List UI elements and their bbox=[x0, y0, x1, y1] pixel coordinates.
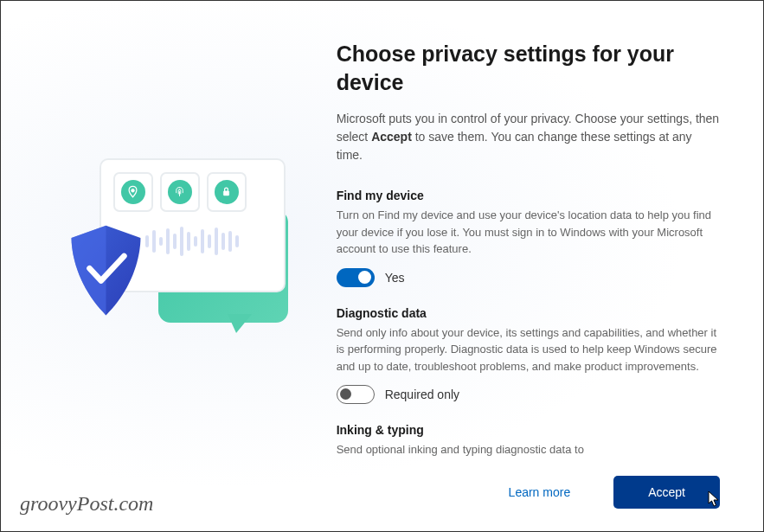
setting-description: Turn on Find my device and use your devi… bbox=[337, 207, 720, 258]
watermark-text: groovyPost.com bbox=[20, 492, 153, 516]
chat-bubble-tail bbox=[228, 314, 252, 333]
footer-actions: Learn more Accept bbox=[509, 476, 720, 509]
fingerprint-icon bbox=[160, 172, 200, 212]
setting-find-my-device: Find my device Turn on Find my device an… bbox=[337, 189, 720, 287]
setting-diagnostic-data: Diagnostic data Send only info about you… bbox=[337, 306, 720, 405]
setting-title: Diagnostic data bbox=[337, 306, 720, 320]
accept-button[interactable]: Accept bbox=[613, 476, 720, 509]
setting-description: Send optional inking and typing diagnost… bbox=[337, 441, 720, 458]
learn-more-link[interactable]: Learn more bbox=[509, 485, 571, 499]
setting-title: Inking & typing bbox=[337, 423, 720, 437]
location-pin-icon bbox=[113, 172, 153, 212]
illustration-panel bbox=[10, 35, 337, 462]
svg-point-0 bbox=[132, 189, 135, 192]
content-panel: Choose privacy settings for your device … bbox=[337, 35, 720, 462]
diagnostic-toggle[interactable] bbox=[337, 385, 375, 404]
privacy-illustration bbox=[30, 137, 307, 362]
page-title: Choose privacy settings for your device bbox=[337, 40, 720, 96]
lock-icon bbox=[207, 172, 247, 212]
find-device-toggle[interactable] bbox=[337, 268, 375, 287]
setting-description: Send only info about your device, its se… bbox=[337, 324, 720, 375]
toggle-label: Required only bbox=[385, 388, 459, 401]
setting-title: Find my device bbox=[337, 189, 720, 202]
setting-inking-typing: Inking & typing Send optional inking and… bbox=[337, 423, 720, 458]
intro-text: Microsoft puts you in control of your pr… bbox=[337, 110, 720, 164]
toggle-label: Yes bbox=[385, 271, 405, 285]
svg-rect-1 bbox=[224, 191, 229, 195]
shield-check-icon bbox=[65, 223, 147, 317]
